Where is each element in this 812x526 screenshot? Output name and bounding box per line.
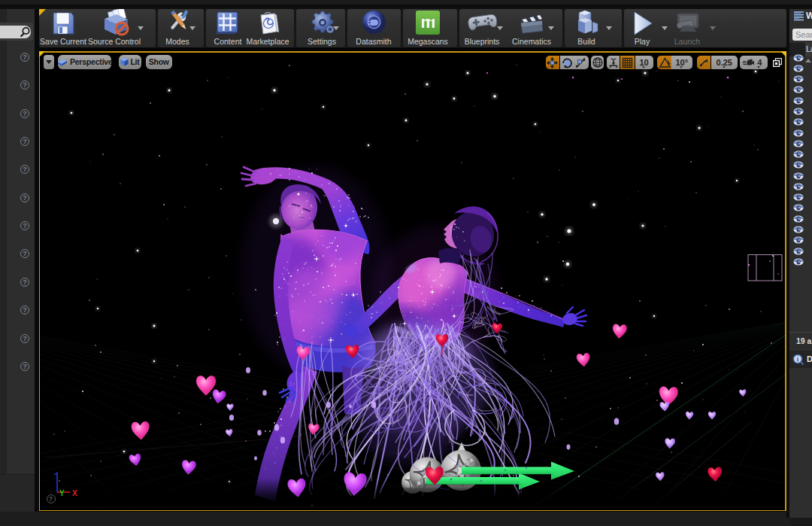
svg-text:X: X <box>72 489 77 497</box>
svg-text:Y: Y <box>59 489 65 497</box>
